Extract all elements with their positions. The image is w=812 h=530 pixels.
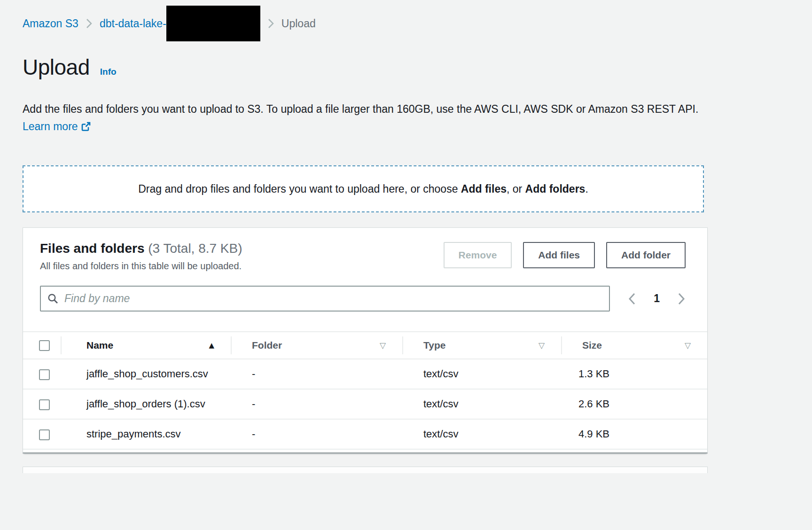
file-size: 1.3 KB [561, 359, 707, 389]
row-checkbox[interactable] [39, 399, 50, 410]
files-count-badge: (3 Total, 8.7 KB) [148, 241, 242, 256]
files-panel-title: Files and folders (3 Total, 8.7 KB) [40, 241, 242, 256]
next-panel-edge [23, 467, 708, 473]
sort-icon[interactable]: ▽ [539, 341, 545, 350]
select-all-checkbox[interactable] [39, 340, 50, 351]
learn-more-link[interactable]: Learn more [23, 120, 78, 132]
column-header-name[interactable]: Name▲ [61, 332, 231, 359]
intro-text: Add the files and folders you want to up… [23, 101, 703, 135]
row-checkbox[interactable] [39, 369, 50, 380]
files-panel-heading: Files and folders (3 Total, 8.7 KB) All … [40, 241, 242, 272]
file-name: jaffle_shop_customers.csv [61, 359, 231, 389]
breadcrumb: Amazon S3 dbt-data-lake- Upload [23, 0, 708, 47]
add-folder-button[interactable]: Add folder [606, 242, 686, 268]
sort-ascending-icon[interactable]: ▲ [209, 341, 214, 350]
files-table-header-row: Name▲ Folder▽ Type▽ Size▽ [23, 332, 707, 359]
column-header-folder[interactable]: Folder▽ [231, 332, 402, 359]
file-folder: - [231, 359, 402, 389]
breadcrumb-link-bucket[interactable]: dbt-data-lake- [100, 17, 166, 30]
dropzone[interactable]: Drag and drop files and folders you want… [23, 165, 704, 212]
table-row: stripe_payments.csv - text/csv 4.9 KB [23, 419, 707, 449]
files-panel: Files and folders (3 Total, 8.7 KB) All … [23, 227, 708, 453]
redaction-box [166, 6, 260, 41]
chevron-right-icon [268, 18, 274, 29]
chevron-right-icon [678, 292, 686, 305]
table-row: jaffle_shop_customers.csv - text/csv 1.3… [23, 359, 707, 389]
file-type: text/csv [402, 389, 561, 419]
add-files-button[interactable]: Add files [523, 242, 595, 268]
external-link-icon [81, 121, 91, 132]
file-size: 2.6 KB [561, 389, 707, 419]
column-header-size[interactable]: Size▽ [561, 332, 707, 359]
files-panel-description: All files and folders in this table will… [40, 261, 242, 272]
intro-text-body: Add the files and folders you want to up… [23, 103, 698, 115]
search-input[interactable] [64, 292, 602, 305]
current-page-number[interactable]: 1 [654, 292, 660, 305]
files-panel-actions: Remove Add files Add folder [444, 242, 686, 272]
chevron-right-icon [86, 18, 92, 29]
pagination: 1 [628, 292, 686, 305]
file-folder: - [231, 389, 402, 419]
breadcrumb-link-amazon-s3[interactable]: Amazon S3 [23, 17, 78, 30]
page-title: Upload [23, 55, 90, 80]
file-name: jaffle_shop_orders (1).csv [61, 389, 231, 419]
previous-page-button[interactable] [628, 292, 636, 305]
dropzone-add-files-emphasis: Add files [461, 183, 507, 195]
files-panel-header: Files and folders (3 Total, 8.7 KB) All … [23, 228, 707, 272]
files-table: Name▲ Folder▽ Type▽ Size▽ jaffle_shop_cu… [23, 331, 707, 450]
table-row: jaffle_shop_orders (1).csv - text/csv 2.… [23, 389, 707, 419]
sort-icon[interactable]: ▽ [685, 341, 691, 350]
remove-button[interactable]: Remove [444, 242, 512, 268]
file-type: text/csv [402, 359, 561, 389]
dropzone-text: Drag and drop files and folders you want… [138, 183, 588, 195]
dropzone-add-folders-emphasis: Add folders [525, 183, 586, 195]
file-folder: - [231, 419, 402, 449]
search-icon [47, 293, 59, 304]
chevron-left-icon [628, 292, 636, 305]
row-checkbox[interactable] [39, 429, 50, 440]
title-row: Upload Info [23, 55, 708, 80]
search-row: 1 [40, 286, 686, 312]
file-size: 4.9 KB [561, 419, 707, 449]
sort-icon[interactable]: ▽ [380, 341, 386, 350]
next-page-button[interactable] [678, 292, 686, 305]
file-name: stripe_payments.csv [61, 419, 231, 449]
info-link[interactable]: Info [100, 67, 117, 77]
file-type: text/csv [402, 419, 561, 449]
search-box[interactable] [40, 286, 610, 312]
page-content: Amazon S3 dbt-data-lake- Upload Upload I… [0, 0, 708, 473]
breadcrumb-current: Upload [281, 17, 316, 30]
column-header-type[interactable]: Type▽ [402, 332, 561, 359]
